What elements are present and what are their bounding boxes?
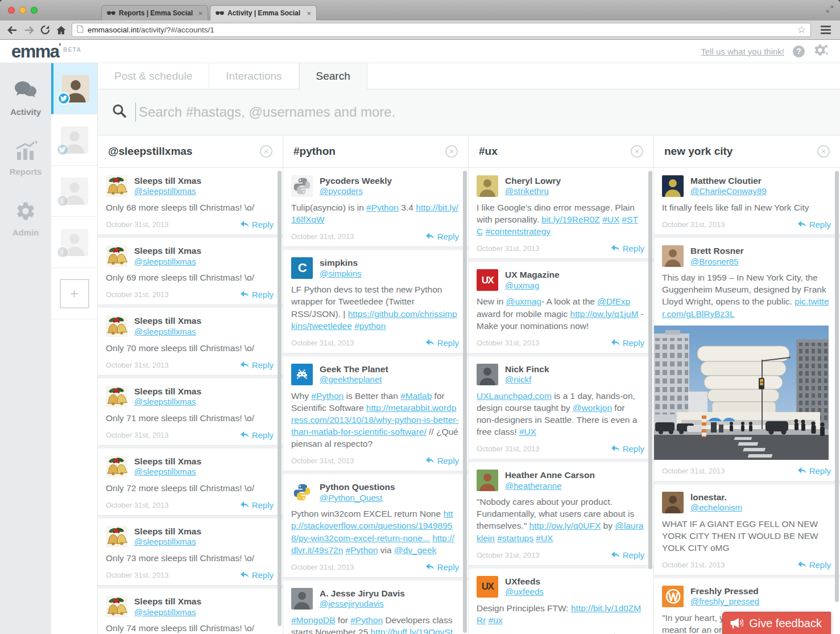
tweet-author-handle[interactable]: @Brosner85: [690, 257, 744, 267]
column-scrollbar[interactable]: [278, 171, 282, 626]
reply-button[interactable]: Reply: [611, 338, 644, 348]
reply-button[interactable]: Reply: [241, 570, 274, 580]
zoom-window-button[interactable]: [31, 7, 38, 14]
tell-us-link[interactable]: Tell us what you think!: [701, 47, 784, 56]
reply-button[interactable]: Reply: [426, 338, 459, 348]
back-button[interactable]: [7, 25, 18, 35]
account-avatar[interactable]: [51, 114, 97, 166]
reply-button[interactable]: Reply: [241, 430, 274, 440]
reply-button[interactable]: Reply: [241, 360, 274, 370]
minimize-window-button[interactable]: [19, 7, 26, 14]
tweet-author-handle[interactable]: @sleepstillxmas: [134, 186, 201, 197]
tweet-author-handle[interactable]: @geektheplanet: [320, 374, 388, 385]
tweet-author-handle[interactable]: @strikethru: [505, 186, 561, 197]
tab-close-icon[interactable]: ×: [307, 9, 311, 18]
column-scrollbar[interactable]: [648, 171, 652, 569]
tweet-link[interactable]: #ux: [489, 615, 503, 625]
url-bar[interactable]: emmasocial.int/activity/?#/accounts/1 ☆: [72, 23, 811, 37]
tweet-author-handle[interactable]: @sleepstillxmas: [134, 537, 201, 547]
reply-button[interactable]: Reply: [426, 232, 459, 241]
window-resize-icon[interactable]: [825, 5, 834, 16]
tweet-link[interactable]: @uxmag: [506, 297, 541, 306]
browser-menu-button[interactable]: [818, 23, 833, 36]
column-scrollbar[interactable]: [835, 171, 839, 602]
tweet-author-handle[interactable]: @uxmag: [505, 281, 560, 291]
tweet-link[interactable]: @workjon: [573, 403, 612, 413]
remove-column-button[interactable]: ✕: [445, 145, 458, 158]
forward-button[interactable]: [23, 25, 35, 35]
tweet-author-handle[interactable]: @sleepstillxmas: [134, 257, 201, 267]
sidebar-item-activity[interactable]: Activity: [10, 80, 41, 117]
tweet-author-handle[interactable]: @heatheranne: [505, 481, 595, 492]
reply-button[interactable]: Reply: [798, 560, 831, 570]
tweet-author-handle[interactable]: @uxfeeds: [505, 587, 544, 598]
tab-close-icon[interactable]: ×: [198, 9, 202, 18]
add-account-button[interactable]: +: [51, 268, 97, 319]
bookmark-star-icon[interactable]: ☆: [797, 24, 806, 36]
tweet-link[interactable]: #Python: [366, 203, 399, 212]
close-window-button[interactable]: [8, 7, 15, 14]
tweet-link[interactable]: pic.twitter.com/gLBlRyBz3L: [662, 297, 829, 318]
reply-button[interactable]: Reply: [426, 562, 459, 572]
reply-button[interactable]: Reply: [241, 220, 274, 229]
tweet-link[interactable]: #UX: [536, 533, 553, 543]
tweet-link[interactable]: http://stackoverflow.com/questions/19498…: [291, 509, 453, 542]
reply-button[interactable]: Reply: [798, 466, 831, 476]
tweet-author-handle[interactable]: @sleepstillxmas: [134, 467, 201, 477]
home-button[interactable]: [56, 25, 67, 35]
reply-button[interactable]: Reply: [611, 244, 644, 253]
tweet-author-handle[interactable]: @freshly_pressed: [690, 596, 759, 607]
give-feedback-button[interactable]: Give feedback: [722, 612, 831, 634]
tweet-link[interactable]: #Matlab: [400, 391, 432, 401]
tweet-link[interactable]: #Python: [350, 615, 383, 625]
tweet-link[interactable]: UXLaunchpad.com: [477, 391, 552, 401]
tweet-photo-guggenheim[interactable]: [654, 326, 840, 460]
remove-column-button[interactable]: ✕: [631, 145, 643, 158]
tweet-author-handle[interactable]: @sleepstillxmas: [134, 607, 201, 618]
tweet-author-handle[interactable]: @CharlieConway89: [690, 186, 767, 197]
tweet-author-handle[interactable]: @nickf: [505, 374, 549, 385]
browser-tab[interactable]: Activity | Emma Social×: [210, 5, 317, 20]
tweet-link[interactable]: @DfExp: [597, 297, 630, 306]
tweet-link[interactable]: http://ow.ly/q1juM: [570, 309, 639, 319]
tab-post-schedule[interactable]: Post & schedule: [98, 63, 209, 89]
tab-interactions[interactable]: Interactions: [209, 63, 299, 89]
tweet-link[interactable]: #startups: [497, 533, 533, 543]
sidebar-item-admin[interactable]: Admin: [13, 200, 39, 237]
reply-button[interactable]: Reply: [798, 220, 831, 229]
reply-button[interactable]: Reply: [426, 456, 459, 466]
reply-button[interactable]: Reply: [241, 290, 274, 299]
tweet-link[interactable]: #UX: [602, 215, 619, 224]
tweet-link[interactable]: bit.ly/19ReR0Z: [541, 215, 600, 224]
browser-tab[interactable]: Reports | Emma Social×: [101, 5, 208, 20]
reply-button[interactable]: Reply: [611, 444, 644, 454]
tweet-link[interactable]: #Python: [346, 545, 378, 555]
tweet-author-handle[interactable]: @sleepstillxmas: [134, 397, 201, 407]
tweet-link[interactable]: http://buff.ly/19QgvSt: [371, 627, 453, 634]
tweet-link[interactable]: http://metarabbit.wordpress.com/2013/10/…: [291, 403, 459, 437]
tweet-link[interactable]: #contentstrategy: [486, 227, 551, 236]
remove-column-button[interactable]: ✕: [817, 145, 830, 158]
sidebar-item-reports[interactable]: Reports: [10, 141, 42, 176]
column-scrollbar[interactable]: [463, 171, 467, 633]
help-icon[interactable]: ?: [793, 46, 805, 57]
tab-search[interactable]: Search: [299, 63, 367, 89]
tweet-author-handle[interactable]: @sleepstillxmas: [134, 327, 201, 337]
search-input[interactable]: [136, 104, 826, 121]
tweet-author-handle[interactable]: @simpkins: [320, 269, 362, 279]
tweet-author-handle[interactable]: @echelonism: [690, 503, 742, 513]
account-avatar[interactable]: [51, 63, 97, 114]
tweet-link[interactable]: #Python: [311, 391, 344, 401]
gears-icon[interactable]: [813, 43, 829, 59]
remove-column-button[interactable]: ✕: [260, 145, 272, 158]
tweet-author-handle[interactable]: @Python_Quest: [320, 493, 395, 504]
tweet-author-handle[interactable]: @jessejiryudavis: [320, 599, 405, 610]
tweet-link[interactable]: @dv_geek: [394, 545, 436, 555]
account-avatar[interactable]: f: [51, 217, 97, 268]
reply-button[interactable]: Reply: [241, 500, 274, 510]
account-avatar[interactable]: f: [51, 166, 97, 217]
tweet-author-handle[interactable]: @pycoders: [320, 186, 392, 197]
reload-button[interactable]: [40, 24, 51, 35]
tweet-link[interactable]: #UX: [519, 427, 536, 437]
tweet-link[interactable]: #MongoDB: [291, 615, 336, 625]
